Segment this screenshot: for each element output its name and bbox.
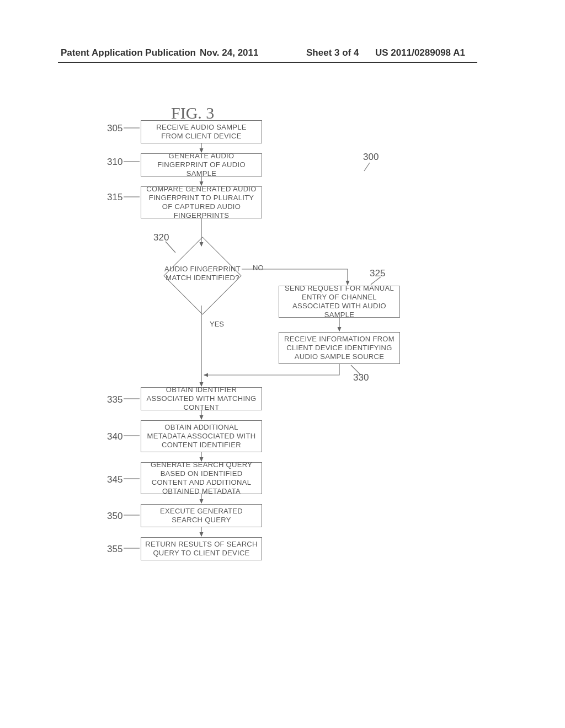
figure-title: FIG. 3	[171, 104, 214, 122]
box-305: RECEIVE AUDIO SAMPLE FROM CLIENT DEVICE	[141, 120, 262, 143]
ref-330: 330	[353, 372, 369, 383]
box-310: GENERATE AUDIO FINGERPRINT OF AUDIO SAMP…	[141, 153, 262, 176]
box-350: EXECUTE GENERATED SEARCH QUERY	[141, 504, 262, 527]
box-340: OBTAIN ADDITIONAL METADATA ASSOCIATED WI…	[141, 420, 262, 452]
header-pubno: US 2011/0289098 A1	[375, 47, 465, 58]
header-sheet: Sheet 3 of 4	[306, 47, 359, 58]
ref-315: 315	[107, 192, 122, 203]
box-335: OBTAIN IDENTIFIER ASSOCIATED WITH MATCHI…	[141, 387, 262, 410]
header-date: Nov. 24, 2011	[200, 47, 258, 58]
box-355: RETURN RESULTS OF SEARCH QUERY TO CLIENT…	[141, 537, 262, 560]
ref-355: 355	[107, 544, 122, 555]
edge-yes-label: YES	[210, 320, 224, 328]
decision-320-text: AUDIO FINGERPRINT MATCH IDENTIFIED?	[164, 265, 241, 283]
flowchart-figure: FIG. 3 300 305 RECEIVE AUDIO SAMPLE FROM…	[0, 77, 565, 717]
ref-350: 350	[107, 511, 122, 522]
header-publication: Patent Application Publication	[61, 47, 196, 58]
ref-335: 335	[107, 394, 122, 405]
ref-310: 310	[107, 157, 122, 168]
ref-325: 325	[370, 268, 385, 279]
box-325: SEND REQUEST FOR MANUAL ENTRY OF CHANNEL…	[279, 286, 400, 318]
flow-arrows	[0, 77, 565, 717]
ref-305: 305	[107, 123, 122, 134]
ref-300: 300	[363, 152, 379, 163]
svg-line-15	[364, 163, 370, 171]
box-315: COMPARE GENERATED AUDIO FINGERPRINT TO P…	[141, 186, 262, 218]
header-divider	[58, 62, 477, 63]
box-330: RECEIVE INFORMATION FROM CLIENT DEVICE I…	[279, 332, 400, 364]
ref-345: 345	[107, 474, 122, 485]
decision-320: AUDIO FINGERPRINT MATCH IDENTIFIED?	[147, 237, 258, 314]
edge-no-label: NO	[253, 264, 264, 272]
box-345: GENERATE SEARCH QUERY BASED ON IDENTIFIE…	[141, 462, 262, 494]
ref-340: 340	[107, 431, 122, 442]
